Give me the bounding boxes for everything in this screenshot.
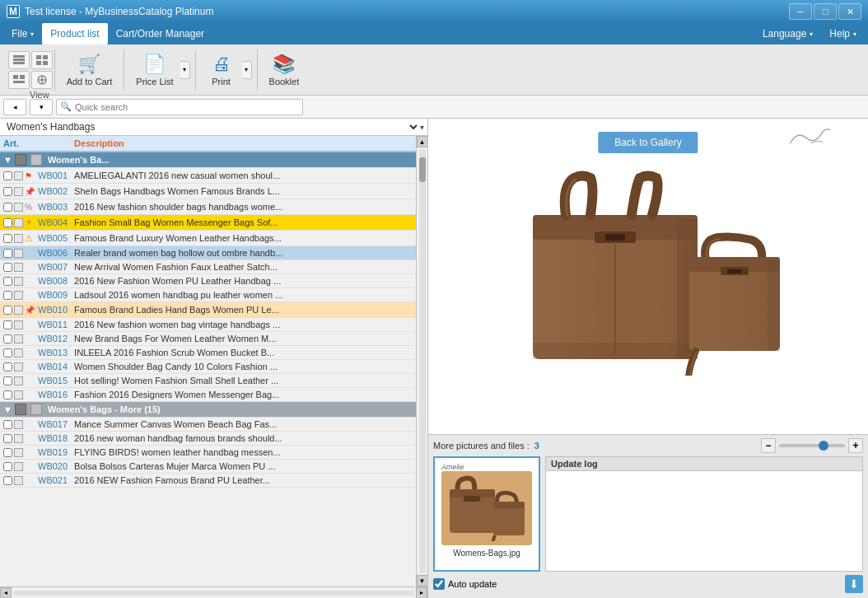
- file-arrow-icon: ▾: [30, 30, 34, 38]
- table-row[interactable]: WB018 2016 new woman handbag famous bran…: [0, 432, 416, 446]
- row-checkbox[interactable]: [3, 203, 12, 212]
- price-list-arrow-button[interactable]: ▾: [180, 61, 190, 79]
- table-row[interactable]: WB014 Women Shoulder Bag Candy 10 Colors…: [0, 360, 416, 374]
- menu-language[interactable]: Language ▾: [754, 23, 821, 44]
- toolbar-publication-section: 📚 Booklet: [258, 49, 311, 91]
- row-checkbox[interactable]: [3, 334, 12, 343]
- thumbnail-area[interactable]: Amelie: [433, 456, 540, 572]
- print-button[interactable]: 🖨 Print: [201, 50, 242, 90]
- product-table-wrap[interactable]: Art. Description ▼ Women's Ba...: [0, 136, 416, 586]
- main-area: Women's Handbags ▾ Art. Description: [0, 119, 868, 598]
- menu-file[interactable]: File ▾: [3, 23, 42, 44]
- auto-update-label: Auto update: [448, 579, 497, 589]
- table-row[interactable]: WB015 Hot selling! Women Fashion Small S…: [0, 374, 416, 388]
- view-btn-4[interactable]: [31, 71, 53, 89]
- more-pictures-row: More pictures and files : 3 − +: [433, 438, 863, 453]
- thumbnails-and-log: Amelie: [433, 456, 863, 572]
- horizontal-scrollbar[interactable]: ◂ ▸: [0, 586, 427, 598]
- row-checkbox[interactable]: [3, 362, 12, 371]
- add-to-cart-button[interactable]: 🛒 Add to Cart: [60, 50, 119, 90]
- download-button[interactable]: ⬇: [845, 575, 863, 593]
- price-list-button[interactable]: 📄 Price List: [129, 50, 180, 90]
- table-row[interactable]: WB011 2016 New fashion women bag vintage…: [0, 318, 416, 332]
- table-row[interactable]: WB019 FLYING BIRDS! women leather handba…: [0, 446, 416, 460]
- table-row[interactable]: WB016 Fashion 2016 Designers Women Messe…: [0, 388, 416, 402]
- view-btn-2[interactable]: [31, 51, 53, 69]
- table-row[interactable]: WB017 Mance Summer Canvas Women Beach Ba…: [0, 418, 416, 432]
- row-checkbox[interactable]: [3, 476, 12, 485]
- view-btn-3[interactable]: [8, 71, 30, 89]
- table-row[interactable]: WB020 Bolsa Bolsos Carteras Mujer Marca …: [0, 460, 416, 474]
- auto-update-checkbox[interactable]: [433, 578, 445, 590]
- scroll-right-button[interactable]: ▸: [416, 587, 427, 599]
- table-row[interactable]: ⚠ WB005 Famous Brand Luxury Women Leathe…: [0, 231, 416, 246]
- scroll-track[interactable]: [419, 149, 426, 573]
- row-checkbox[interactable]: [3, 277, 12, 286]
- product-table: Art. Description ▼ Women's Ba...: [0, 136, 416, 488]
- table-row[interactable]: WB008 2016 New Fashion Women PU Leather …: [0, 274, 416, 288]
- search-input[interactable]: [75, 102, 299, 112]
- row-checkbox[interactable]: [3, 462, 12, 471]
- scroll-down-button[interactable]: ▼: [417, 575, 428, 586]
- row-checkbox[interactable]: [3, 420, 12, 429]
- table-row[interactable]: 📌 WB002 SheIn Bags Handbags Women Famous…: [0, 184, 416, 199]
- row-checkbox[interactable]: [3, 187, 12, 196]
- svg-rect-29: [768, 260, 780, 351]
- more-pictures-label: More pictures and files :: [433, 441, 530, 451]
- nav-back-button[interactable]: ◂: [3, 99, 26, 115]
- back-to-gallery-button[interactable]: Back to Gallery: [598, 132, 698, 153]
- close-button[interactable]: ✕: [838, 3, 861, 20]
- h-scroll-track[interactable]: [13, 591, 414, 596]
- booklet-button[interactable]: 📚 Booklet: [263, 50, 306, 90]
- row-checkbox[interactable]: [3, 320, 12, 329]
- row-checkbox[interactable]: [3, 376, 12, 385]
- table-row[interactable]: WB006 Realer brand women bag hollow out …: [0, 246, 416, 260]
- nav-forward-button[interactable]: ▾: [30, 99, 53, 115]
- scroll-left-button[interactable]: ◂: [0, 587, 12, 599]
- row-checkbox[interactable]: [3, 390, 12, 399]
- minimize-button[interactable]: ─: [789, 3, 812, 20]
- table-row[interactable]: WB013 INLEELA 2016 Fashion Scrub Women B…: [0, 346, 416, 360]
- table-row[interactable]: % WB003 2016 New fashion shoulder bags h…: [0, 199, 416, 215]
- menu-product-list[interactable]: Product list: [42, 23, 107, 44]
- row-checkbox[interactable]: [3, 434, 12, 443]
- table-row[interactable]: ⚑ WB001 AMELIEGALANTI 2016 new casual wo…: [0, 168, 416, 184]
- table-row[interactable]: ▼ Women's Bags - More (15): [0, 402, 416, 418]
- menu-cart-order[interactable]: Cart/Order Manager: [108, 23, 212, 44]
- row-checkbox[interactable]: [3, 306, 12, 315]
- row-checkbox[interactable]: [3, 448, 12, 457]
- row-checkbox[interactable]: [3, 218, 12, 227]
- update-log-content: [546, 471, 862, 571]
- print-icon: 🖨: [212, 54, 231, 75]
- table-row[interactable]: 📌 WB010 Famous Brand Ladies Hand Bags Wo…: [0, 302, 416, 318]
- table-row[interactable]: ✦ WB004 Fashion Small Bag Women Messenge…: [0, 215, 416, 231]
- row-checkbox[interactable]: [3, 348, 12, 357]
- svg-rect-5: [36, 55, 41, 59]
- table-row[interactable]: WB021 2016 NEW Fashion Famous Brand PU L…: [0, 474, 416, 488]
- row-checkbox[interactable]: [3, 234, 12, 243]
- zoom-slider[interactable]: [779, 444, 845, 447]
- searchbar: ◂ ▾ 🔍: [0, 96, 868, 119]
- zoom-minus-button[interactable]: −: [761, 438, 776, 453]
- row-checkbox[interactable]: [3, 263, 12, 272]
- category-dropdown[interactable]: Women's Handbags: [3, 120, 420, 133]
- view-btn-1[interactable]: [8, 51, 30, 69]
- row-checkbox[interactable]: [3, 171, 12, 180]
- thumbnail-brand: Amelie: [441, 463, 464, 471]
- maximize-button[interactable]: □: [814, 3, 837, 20]
- menu-help[interactable]: Help ▾: [821, 23, 865, 44]
- row-checkbox[interactable]: [3, 291, 12, 300]
- scroll-up-button[interactable]: ▲: [417, 136, 428, 147]
- vertical-scrollbar[interactable]: ▲ ▼: [416, 136, 427, 586]
- product-table-container: Art. Description ▼ Women's Ba...: [0, 136, 427, 586]
- print-arrow-button[interactable]: ▾: [242, 61, 252, 79]
- table-row[interactable]: ▼ Women's Ba...: [0, 152, 416, 168]
- table-row[interactable]: WB012 New Brand Bags For Women Leather W…: [0, 332, 416, 346]
- zoom-plus-button[interactable]: +: [848, 438, 863, 453]
- table-row[interactable]: WB009 Ladsoul 2016 women handbag pu leat…: [0, 288, 416, 302]
- category-arrow-icon: ▾: [420, 123, 424, 132]
- row-checkbox[interactable]: [3, 249, 12, 258]
- signature: [785, 123, 837, 154]
- table-row[interactable]: WB007 New Arrival Women Fashion Faux Lea…: [0, 260, 416, 274]
- window-controls: ─ □ ✕: [789, 3, 861, 20]
